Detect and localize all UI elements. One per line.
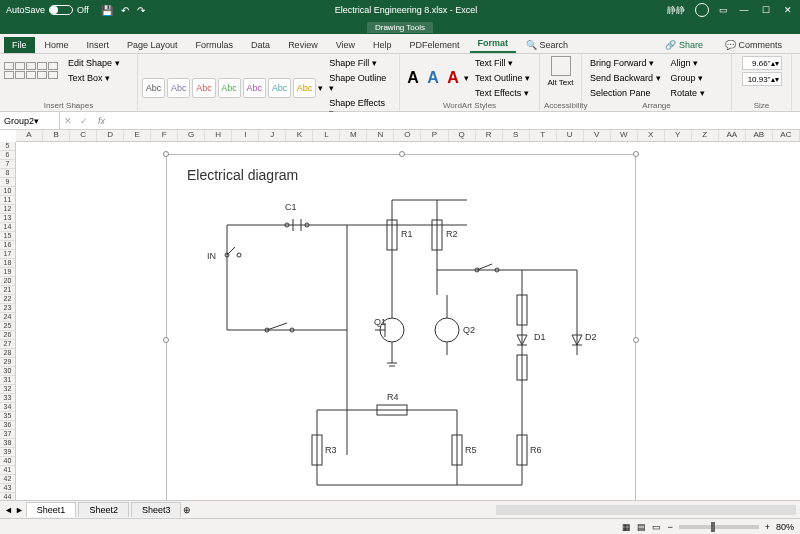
col-header[interactable]: X bbox=[638, 130, 665, 141]
row-header[interactable]: 31 bbox=[0, 376, 15, 385]
name-box[interactable]: Group2 ▾ bbox=[0, 112, 60, 129]
row-header[interactable]: 27 bbox=[0, 340, 15, 349]
row-header[interactable]: 24 bbox=[0, 313, 15, 322]
fx-icon[interactable]: fx bbox=[92, 116, 111, 126]
tab-view[interactable]: View bbox=[328, 37, 363, 53]
row-header[interactable]: 22 bbox=[0, 295, 15, 304]
row-header[interactable]: 11 bbox=[0, 196, 15, 205]
row-header[interactable]: 12 bbox=[0, 205, 15, 214]
wordart-preset[interactable]: A bbox=[444, 67, 462, 89]
text-box-button[interactable]: Text Box ▾ bbox=[64, 71, 124, 85]
col-header[interactable]: N bbox=[367, 130, 394, 141]
close-button[interactable]: ✕ bbox=[782, 5, 794, 15]
row-header[interactable]: 29 bbox=[0, 358, 15, 367]
row-header[interactable]: 6 bbox=[0, 151, 15, 160]
col-header[interactable]: O bbox=[394, 130, 421, 141]
row-header[interactable]: 13 bbox=[0, 214, 15, 223]
grid-canvas[interactable]: Electrical diagram C1 IN bbox=[16, 142, 800, 500]
col-header[interactable]: H bbox=[205, 130, 232, 141]
col-header[interactable]: W bbox=[611, 130, 638, 141]
sheet-tab-2[interactable]: Sheet2 bbox=[78, 502, 129, 517]
col-header[interactable]: Y bbox=[665, 130, 692, 141]
row-header[interactable]: 14 bbox=[0, 223, 15, 232]
style-preset[interactable]: Abc bbox=[293, 78, 316, 98]
row-header[interactable]: 21 bbox=[0, 286, 15, 295]
col-header[interactable]: L bbox=[313, 130, 340, 141]
row-headers[interactable]: 5678910111213141516171819202122232425262… bbox=[0, 142, 16, 500]
save-icon[interactable]: 💾 bbox=[101, 5, 113, 16]
sheet-tab-1[interactable]: Sheet1 bbox=[26, 502, 77, 517]
row-header[interactable]: 42 bbox=[0, 475, 15, 484]
group-button[interactable]: Group ▾ bbox=[667, 71, 709, 85]
tab-home[interactable]: Home bbox=[37, 37, 77, 53]
resize-handle[interactable] bbox=[633, 337, 639, 343]
resize-handle[interactable] bbox=[399, 151, 405, 157]
col-header[interactable]: T bbox=[530, 130, 557, 141]
resize-handle[interactable] bbox=[633, 151, 639, 157]
col-header[interactable]: AA bbox=[719, 130, 746, 141]
column-headers[interactable]: ABCDEFGHIJKLMNOPQRSTUVWXYZAAABAC bbox=[16, 130, 800, 142]
alt-text-icon[interactable] bbox=[551, 56, 571, 76]
row-header[interactable]: 10 bbox=[0, 187, 15, 196]
row-header[interactable]: 7 bbox=[0, 160, 15, 169]
row-header[interactable]: 44 bbox=[0, 493, 15, 500]
width-input[interactable]: 10.93" ▴▾ bbox=[742, 72, 782, 86]
autosave-toggle[interactable]: AutoSave Off bbox=[0, 5, 95, 15]
view-pagebreak-icon[interactable]: ▭ bbox=[652, 522, 661, 532]
row-header[interactable]: 5 bbox=[0, 142, 15, 151]
tab-review[interactable]: Review bbox=[280, 37, 326, 53]
zoom-level[interactable]: 80% bbox=[776, 522, 794, 532]
col-header[interactable]: AB bbox=[746, 130, 773, 141]
style-preset[interactable]: Abc bbox=[167, 78, 190, 98]
text-effects-button[interactable]: Text Effects ▾ bbox=[471, 86, 534, 100]
style-preset[interactable]: Abc bbox=[268, 78, 291, 98]
tab-page-layout[interactable]: Page Layout bbox=[119, 37, 186, 53]
comments-button[interactable]: 💬 Comments bbox=[717, 37, 790, 53]
style-preset[interactable]: Abc bbox=[142, 78, 165, 98]
rotate-button[interactable]: Rotate ▾ bbox=[667, 86, 709, 100]
row-header[interactable]: 9 bbox=[0, 178, 15, 187]
text-outline-button[interactable]: Text Outline ▾ bbox=[471, 71, 534, 85]
redo-icon[interactable]: ↷ bbox=[137, 5, 145, 16]
tab-formulas[interactable]: Formulas bbox=[188, 37, 242, 53]
tab-insert[interactable]: Insert bbox=[79, 37, 118, 53]
col-header[interactable]: E bbox=[124, 130, 151, 141]
zoom-in-icon[interactable]: + bbox=[765, 522, 770, 532]
col-header[interactable]: C bbox=[70, 130, 97, 141]
shape-outline-button[interactable]: Shape Outline ▾ bbox=[325, 71, 395, 95]
tab-format[interactable]: Format bbox=[470, 35, 517, 53]
undo-icon[interactable]: ↶ bbox=[121, 5, 129, 16]
zoom-out-icon[interactable]: − bbox=[667, 522, 672, 532]
col-header[interactable]: I bbox=[232, 130, 259, 141]
row-header[interactable]: 15 bbox=[0, 232, 15, 241]
col-header[interactable]: F bbox=[151, 130, 178, 141]
shape-fill-button[interactable]: Shape Fill ▾ bbox=[325, 56, 395, 70]
next-sheet-icon[interactable]: ► bbox=[15, 505, 24, 515]
sheet-tab-3[interactable]: Sheet3 bbox=[131, 502, 182, 517]
row-header[interactable]: 32 bbox=[0, 385, 15, 394]
ribbon-options-icon[interactable]: ▭ bbox=[719, 5, 728, 15]
row-header[interactable]: 19 bbox=[0, 268, 15, 277]
row-header[interactable]: 16 bbox=[0, 241, 15, 250]
view-pagelayout-icon[interactable]: ▤ bbox=[637, 522, 646, 532]
view-normal-icon[interactable]: ▦ bbox=[622, 522, 631, 532]
alt-text-button[interactable]: Alt Text bbox=[547, 78, 573, 87]
resize-handle[interactable] bbox=[163, 337, 169, 343]
cancel-icon[interactable]: ✕ bbox=[60, 116, 76, 126]
bring-forward-button[interactable]: Bring Forward ▾ bbox=[586, 56, 665, 70]
selection-pane-button[interactable]: Selection Pane bbox=[586, 86, 665, 100]
row-header[interactable]: 30 bbox=[0, 367, 15, 376]
height-input[interactable]: 9.66" ▴▾ bbox=[742, 56, 782, 70]
wordart-preset[interactable]: A bbox=[424, 67, 442, 89]
tab-search[interactable]: 🔍 Search bbox=[518, 37, 576, 53]
wordart-preset[interactable]: A bbox=[404, 67, 422, 89]
style-preset[interactable]: Abc bbox=[243, 78, 266, 98]
enter-icon[interactable]: ✓ bbox=[76, 116, 92, 126]
col-header[interactable]: J bbox=[259, 130, 286, 141]
row-header[interactable]: 17 bbox=[0, 250, 15, 259]
row-header[interactable]: 37 bbox=[0, 430, 15, 439]
gallery-more-icon[interactable]: ▾ bbox=[318, 83, 323, 93]
maximize-button[interactable]: ☐ bbox=[760, 5, 772, 15]
col-header[interactable]: G bbox=[178, 130, 205, 141]
row-header[interactable]: 23 bbox=[0, 304, 15, 313]
